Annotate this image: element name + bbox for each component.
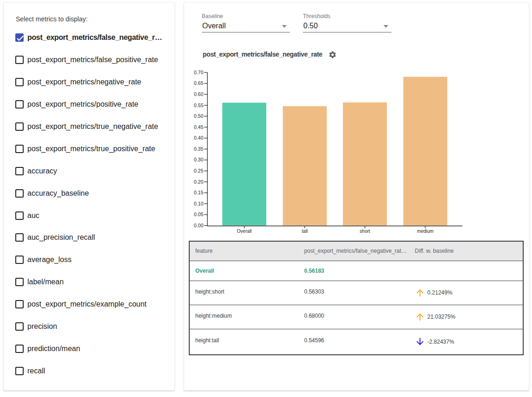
- svg-text:0.50: 0.50: [194, 113, 204, 119]
- svg-text:0.10: 0.10: [194, 201, 204, 206]
- svg-text:0.25: 0.25: [194, 168, 204, 173]
- svg-text:0.55: 0.55: [194, 102, 204, 108]
- svg-text:short: short: [360, 229, 370, 234]
- svg-text:0.65: 0.65: [194, 80, 204, 86]
- svg-text:0.00: 0.00: [194, 223, 204, 228]
- svg-text:0.35: 0.35: [194, 146, 204, 152]
- svg-text:0.05: 0.05: [194, 211, 204, 217]
- svg-text:0.45: 0.45: [194, 124, 204, 130]
- svg-text:0.70: 0.70: [194, 70, 204, 75]
- svg-text:Overall: Overall: [237, 229, 252, 234]
- svg-text:medium: medium: [417, 229, 434, 234]
- svg-text:0.40: 0.40: [194, 135, 204, 141]
- svg-text:0.20: 0.20: [194, 179, 204, 185]
- svg-text:tall: tall: [302, 229, 308, 234]
- svg-text:0.30: 0.30: [194, 157, 204, 162]
- svg-text:0.15: 0.15: [194, 190, 204, 195]
- svg-text:0.60: 0.60: [194, 91, 204, 97]
